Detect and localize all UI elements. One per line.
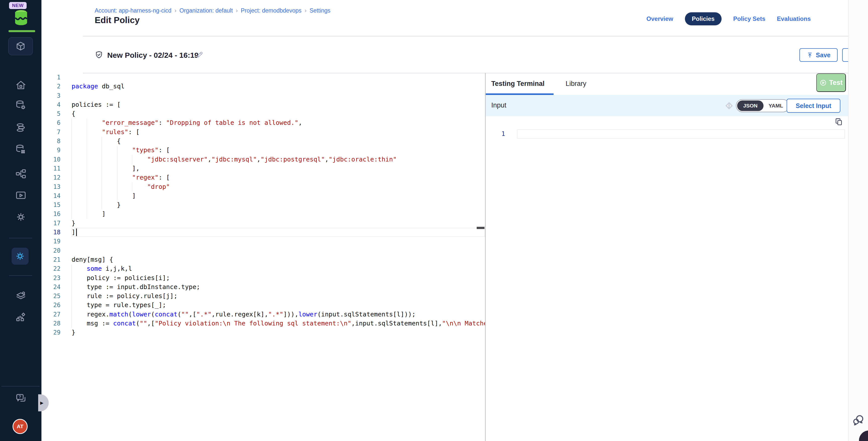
save-button[interactable]: Save	[800, 48, 838, 62]
format-option-yaml[interactable]: YAML	[764, 100, 788, 111]
code-line[interactable]: 8{	[41, 137, 485, 146]
code-line[interactable]: 16]	[41, 210, 485, 219]
indent-guide	[102, 137, 117, 146]
sidebar-item-pipeline[interactable]	[0, 168, 41, 180]
indent-guide	[102, 146, 117, 155]
code-line[interactable]: 6"error_message": "Dropping of table is …	[41, 118, 485, 127]
code-content: msg := concat("",["Policy violation:\n T…	[71, 319, 485, 328]
code-line[interactable]: 20	[41, 246, 485, 255]
copy-icon[interactable]	[835, 118, 843, 126]
aida-button[interactable]	[859, 431, 868, 441]
code-content: "regex": [	[71, 173, 485, 182]
code-content: regex.match(lower(concat("",[".*",rule.r…	[71, 310, 485, 319]
sidebar-item-video-player[interactable]	[0, 190, 41, 201]
code-line[interactable]: 23policy := policies[i];	[41, 274, 485, 283]
line-number: 5	[41, 109, 71, 118]
input-editor-active-line[interactable]	[517, 129, 845, 138]
code-line[interactable]: 29}	[41, 328, 485, 337]
indent-guide	[87, 210, 102, 219]
sidebar-item-home[interactable]	[0, 80, 41, 91]
editor-panel-divider[interactable]	[485, 73, 486, 441]
chat-bubbles-icon[interactable]	[852, 414, 865, 427]
line-number: 9	[41, 146, 71, 155]
indent-guide	[102, 200, 117, 210]
breadcrumb-link[interactable]: Organization: default	[180, 7, 233, 14]
code-line[interactable]: 22some i,j,k,l	[41, 264, 485, 273]
code-line[interactable]: 5{	[41, 109, 485, 118]
input-editor-line-number: 1	[486, 129, 516, 138]
sidebar-item-settings-active[interactable]	[11, 248, 29, 265]
breadcrumb-link[interactable]: Settings	[309, 7, 330, 14]
code-line[interactable]: 2package db_sql	[41, 82, 485, 91]
code-line[interactable]: 26type = rule.types[_];	[41, 301, 485, 310]
sidebar-item-layers-settings[interactable]	[0, 290, 41, 302]
breadcrumb-link[interactable]: Project: demodbdevops	[241, 7, 302, 14]
indent-guide	[117, 191, 132, 200]
database-settings-icon	[15, 99, 27, 111]
sidebar-item-database-grid[interactable]	[0, 144, 41, 155]
code-line[interactable]: 19	[41, 237, 485, 246]
code-line[interactable]: 17}	[41, 219, 485, 228]
line-number: 19	[41, 237, 71, 246]
module-selector-button[interactable]	[8, 37, 33, 55]
policy-code-editor[interactable]: 12package db_sql34policies := [5{6"error…	[41, 73, 485, 441]
sidebar-item-gear[interactable]	[0, 211, 41, 223]
code-line[interactable]: 14]	[41, 191, 485, 200]
play-circle-icon	[819, 79, 827, 86]
code-line[interactable]: 15}	[41, 200, 485, 210]
indent-guide	[102, 173, 117, 182]
code-line[interactable]: 28msg := concat("",["Policy violation:\n…	[41, 319, 485, 328]
code-line[interactable]: 1	[41, 73, 485, 82]
top-nav-overview[interactable]: Overview	[647, 15, 673, 22]
edit-pencil-icon[interactable]	[195, 51, 204, 59]
avatar[interactable]: AT	[12, 419, 28, 434]
top-nav-policy-sets[interactable]: Policy Sets	[733, 15, 765, 22]
code-line[interactable]: 10"jdbc:sqlserver","jdbc:mysql","jdbc:po…	[41, 155, 485, 164]
indent-guide	[71, 274, 87, 283]
top-nav-evaluations[interactable]: Evaluations	[777, 15, 811, 22]
sidebar-item-org-settings[interactable]	[0, 311, 41, 323]
code-line[interactable]: 13"drop"	[41, 182, 485, 191]
top-nav-policies[interactable]: Policies	[685, 12, 722, 25]
pipeline-icon	[15, 168, 27, 180]
line-number: 3	[41, 91, 71, 100]
indent-guide	[117, 155, 132, 164]
indent-guide	[87, 200, 102, 210]
input-label: Input	[491, 101, 506, 109]
sidebar-item-database-stack[interactable]	[0, 122, 41, 134]
harness-dbdevops-logo-icon[interactable]	[12, 8, 30, 27]
select-input-button[interactable]: Select Input	[786, 99, 840, 113]
code-line[interactable]: 11],	[41, 164, 485, 173]
code-line[interactable]: 24type := input.dbInstance.type;	[41, 283, 485, 291]
sidebar-item-database-settings[interactable]	[0, 99, 41, 111]
indent-guide	[71, 155, 87, 164]
indent-guide	[71, 137, 87, 146]
code-content	[71, 91, 485, 100]
code-line[interactable]: 25rule := policy.rules[j];	[41, 291, 485, 301]
indent-guide	[117, 146, 132, 155]
help-chat-icon[interactable]: ?	[0, 392, 41, 404]
code-line[interactable]: 7"rules": [	[41, 128, 485, 137]
breadcrumb-link[interactable]: Account: app-harness-ng-cicd	[95, 7, 172, 14]
indent-guide	[87, 191, 102, 200]
code-line[interactable]: 27regex.match(lower(concat("",[".*",rule…	[41, 310, 485, 319]
code-content: "drop"	[71, 182, 485, 191]
chevron-right-icon: ›	[175, 7, 177, 14]
code-content: type = rule.types[_];	[71, 301, 485, 310]
indent-guide	[71, 164, 87, 173]
test-button[interactable]: Test	[816, 73, 846, 92]
indent-guide	[132, 182, 147, 191]
format-option-json[interactable]: JSON	[737, 100, 764, 111]
code-line[interactable]: 9"types": [	[41, 146, 485, 155]
code-content: ]	[71, 210, 485, 219]
tab-library[interactable]: Library	[566, 80, 586, 88]
code-diamond-icon	[724, 101, 734, 111]
tab-testing-terminal[interactable]: Testing Terminal	[491, 80, 545, 88]
code-line[interactable]: 18]	[41, 228, 485, 237]
code-content: some i,j,k,l	[71, 264, 485, 273]
code-line[interactable]: 12"regex": [	[41, 173, 485, 182]
code-line[interactable]: 4policies := [	[41, 100, 485, 109]
code-line[interactable]: 3	[41, 91, 485, 100]
cube-icon	[15, 41, 26, 52]
code-line[interactable]: 21deny[msg] {	[41, 255, 485, 264]
